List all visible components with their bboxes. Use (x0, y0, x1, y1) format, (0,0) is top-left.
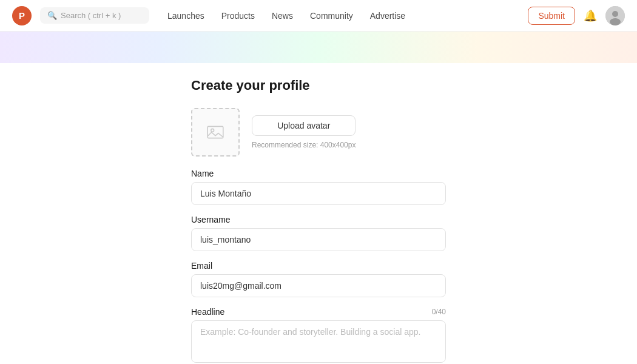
email-label: Email (191, 261, 446, 271)
image-icon (206, 123, 225, 142)
svg-point-1 (612, 11, 618, 17)
upload-hint: Recommended size: 400x400px (252, 141, 356, 149)
page-title: Create your profile (191, 78, 446, 93)
email-group: Email (191, 261, 446, 297)
headline-count: 0/40 (432, 308, 446, 316)
name-input[interactable] (191, 182, 446, 205)
hero-banner (0, 32, 637, 63)
profile-form: Upload avatar Recommended size: 400x400p… (191, 108, 446, 364)
submit-button[interactable]: Submit (528, 7, 575, 25)
bell-icon[interactable]: 🔔 (584, 9, 597, 22)
avatar-section: Upload avatar Recommended size: 400x400p… (191, 108, 446, 157)
avatar-placeholder (191, 108, 240, 157)
search-icon: 🔍 (47, 11, 57, 20)
nav-link-launches[interactable]: Launches (167, 11, 204, 21)
username-group: Username (191, 215, 446, 251)
svg-point-2 (610, 18, 621, 25)
avatar-upload-area: Upload avatar Recommended size: 400x400p… (252, 115, 356, 149)
nav-link-news[interactable]: News (272, 11, 293, 21)
username-label: Username (191, 215, 446, 224)
main-content: Create your profile Upload avatar Recomm… (0, 63, 637, 364)
headline-label: Headline (191, 307, 224, 317)
headline-group: Headline 0/40 (191, 307, 446, 364)
headline-header: Headline 0/40 (191, 307, 446, 317)
nav-link-products[interactable]: Products (221, 11, 255, 21)
name-label: Name (191, 169, 446, 178)
search-bar[interactable]: 🔍 Search ( ctrl + k ) (40, 7, 149, 24)
navbar: P 🔍 Search ( ctrl + k ) Launches Product… (0, 0, 637, 32)
upload-avatar-button[interactable]: Upload avatar (252, 115, 356, 136)
nav-actions: Submit 🔔 (528, 6, 625, 25)
svg-rect-3 (207, 126, 223, 138)
logo[interactable]: P (12, 6, 32, 25)
avatar[interactable] (605, 6, 625, 25)
email-input[interactable] (191, 274, 446, 297)
svg-point-4 (211, 129, 214, 132)
nav-link-community[interactable]: Community (310, 11, 353, 21)
headline-textarea[interactable] (191, 320, 446, 363)
search-placeholder-text: Search ( ctrl + k ) (61, 11, 121, 20)
name-group: Name (191, 169, 446, 205)
nav-links: Launches Products News Community Adverti… (167, 11, 528, 21)
username-input[interactable] (191, 228, 446, 251)
nav-link-advertise[interactable]: Advertise (370, 11, 405, 21)
